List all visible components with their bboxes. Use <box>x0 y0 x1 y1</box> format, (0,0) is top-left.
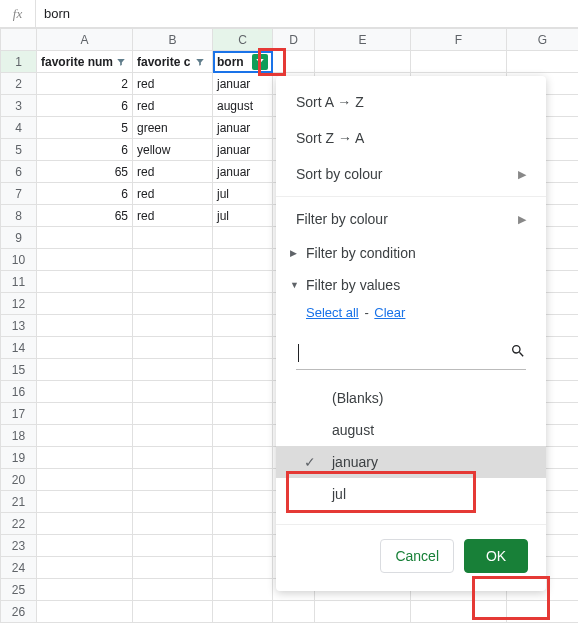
row-header[interactable]: 7 <box>1 183 37 205</box>
filter-value-item[interactable]: ✓august <box>276 414 546 446</box>
row-header[interactable]: 22 <box>1 513 37 535</box>
cell[interactable]: 6 <box>37 95 133 117</box>
cell[interactable] <box>133 469 213 491</box>
cell[interactable] <box>37 271 133 293</box>
cell[interactable] <box>37 337 133 359</box>
cell[interactable] <box>273 51 315 73</box>
cell[interactable] <box>133 491 213 513</box>
cell[interactable] <box>507 51 579 73</box>
cell[interactable]: jul <box>213 205 273 227</box>
cell[interactable] <box>133 271 213 293</box>
cell[interactable] <box>37 447 133 469</box>
cell[interactable]: 5 <box>37 117 133 139</box>
cell[interactable]: jul <box>213 183 273 205</box>
select-all-link[interactable]: Select all <box>306 305 359 320</box>
filter-by-values[interactable]: ▼ Filter by values <box>276 269 546 301</box>
row-header[interactable]: 8 <box>1 205 37 227</box>
cell[interactable] <box>37 535 133 557</box>
cell[interactable]: red <box>133 205 213 227</box>
cell[interactable] <box>213 359 273 381</box>
cell[interactable] <box>213 579 273 601</box>
cell[interactable]: red <box>133 73 213 95</box>
row-header[interactable]: 4 <box>1 117 37 139</box>
row-header[interactable]: 5 <box>1 139 37 161</box>
cell[interactable] <box>133 403 213 425</box>
cell[interactable]: januar <box>213 161 273 183</box>
formula-input[interactable]: born <box>36 0 578 27</box>
cell[interactable] <box>213 535 273 557</box>
cell[interactable]: 65 <box>37 161 133 183</box>
cell[interactable] <box>133 227 213 249</box>
col-header-B[interactable]: B <box>133 29 213 51</box>
cell[interactable] <box>133 249 213 271</box>
cell[interactable]: 2 <box>37 73 133 95</box>
cell[interactable] <box>133 535 213 557</box>
cancel-button[interactable]: Cancel <box>380 539 454 573</box>
cell[interactable] <box>411 51 507 73</box>
row-header[interactable]: 20 <box>1 469 37 491</box>
cell[interactable]: 65 <box>37 205 133 227</box>
cell[interactable] <box>213 491 273 513</box>
col-header-G[interactable]: G <box>507 29 579 51</box>
cell[interactable]: 6 <box>37 183 133 205</box>
cell[interactable] <box>37 381 133 403</box>
row-header[interactable]: 21 <box>1 491 37 513</box>
cell[interactable] <box>133 337 213 359</box>
cell[interactable] <box>133 601 213 623</box>
data-header-cell[interactable]: born <box>213 51 273 73</box>
cell[interactable]: januar <box>213 117 273 139</box>
cell[interactable] <box>213 271 273 293</box>
data-header-cell[interactable]: favorite c <box>133 51 213 73</box>
col-header-C[interactable]: C <box>213 29 273 51</box>
cell[interactable]: red <box>133 183 213 205</box>
filter-icon[interactable] <box>252 54 268 70</box>
row-header[interactable]: 24 <box>1 557 37 579</box>
filter-icon[interactable] <box>192 54 208 70</box>
cell[interactable] <box>213 447 273 469</box>
cell[interactable] <box>133 315 213 337</box>
sort-za[interactable]: Sort Z → A <box>276 120 546 156</box>
cell[interactable] <box>37 491 133 513</box>
sort-by-colour[interactable]: Sort by colour ▶ <box>276 156 546 192</box>
row-header[interactable]: 18 <box>1 425 37 447</box>
cell[interactable] <box>315 601 411 623</box>
cell[interactable] <box>213 601 273 623</box>
cell[interactable] <box>133 513 213 535</box>
cell[interactable] <box>213 227 273 249</box>
cell[interactable] <box>37 403 133 425</box>
row-header[interactable]: 6 <box>1 161 37 183</box>
cell[interactable]: red <box>133 161 213 183</box>
sort-az[interactable]: Sort A → Z <box>276 84 546 120</box>
cell[interactable] <box>37 557 133 579</box>
row-header[interactable]: 16 <box>1 381 37 403</box>
col-header-E[interactable]: E <box>315 29 411 51</box>
cell[interactable]: januar <box>213 73 273 95</box>
filter-by-condition[interactable]: ▶ Filter by condition <box>276 237 546 269</box>
cell[interactable] <box>315 51 411 73</box>
cell[interactable] <box>213 337 273 359</box>
row-header[interactable]: 23 <box>1 535 37 557</box>
cell[interactable] <box>37 579 133 601</box>
row-header[interactable]: 17 <box>1 403 37 425</box>
cell[interactable] <box>133 557 213 579</box>
row-header[interactable]: 14 <box>1 337 37 359</box>
cell[interactable] <box>37 227 133 249</box>
filter-search-input[interactable] <box>296 336 526 370</box>
filter-icon[interactable] <box>113 54 128 70</box>
filter-value-item[interactable]: ✓(Blanks) <box>276 382 546 414</box>
cell[interactable] <box>507 601 579 623</box>
cell[interactable] <box>133 579 213 601</box>
row-header[interactable]: 10 <box>1 249 37 271</box>
cell[interactable] <box>37 601 133 623</box>
cell[interactable] <box>37 425 133 447</box>
data-header-cell[interactable]: favorite num <box>37 51 133 73</box>
ok-button[interactable]: OK <box>464 539 528 573</box>
cell[interactable] <box>213 293 273 315</box>
cell[interactable] <box>133 359 213 381</box>
cell[interactable] <box>133 293 213 315</box>
cell[interactable]: 6 <box>37 139 133 161</box>
cell[interactable] <box>213 425 273 447</box>
row-header[interactable]: 12 <box>1 293 37 315</box>
cell[interactable] <box>37 249 133 271</box>
cell[interactable] <box>37 469 133 491</box>
